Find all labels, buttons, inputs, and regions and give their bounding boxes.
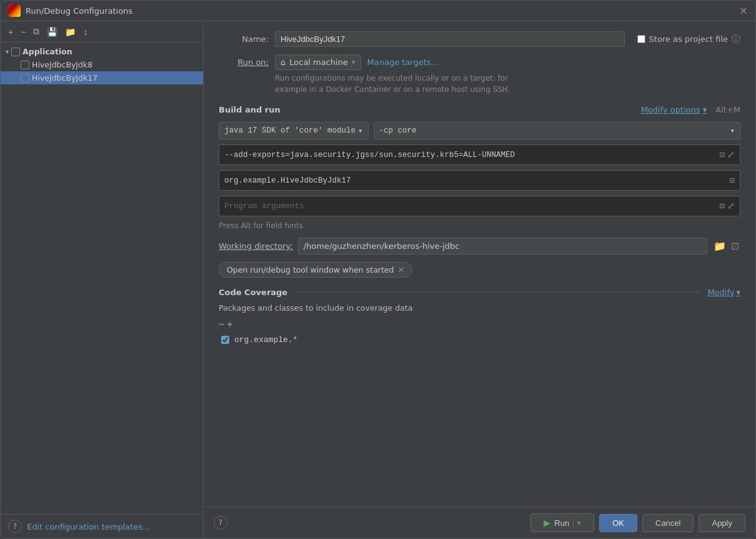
main-class-text: org.example.HiveJdbcByJdk17 <box>224 176 730 185</box>
build-and-run-title: Build and run <box>219 105 281 114</box>
app-icon <box>8 4 21 17</box>
expand-icon[interactable]: ⊡ <box>730 175 735 186</box>
coverage-modify-label: Modify <box>707 288 734 297</box>
coverage-remove-button[interactable]: − <box>219 319 224 330</box>
store-as-project-label: Store as project file <box>649 34 728 44</box>
name-input[interactable] <box>275 31 625 47</box>
working-dir-value[interactable]: /home/guzhenzhen/kerberos-hive-jdbc <box>298 238 707 254</box>
program-args-placeholder: Program arguments <box>224 202 720 211</box>
run-on-dropdown[interactable]: ⌂ Local machine ▾ <box>275 54 361 70</box>
coverage-add-button[interactable]: + <box>227 319 232 330</box>
main-area: + − ⧉ 💾 📁 ↕ ▾ Application HiveJdbcByJdk8 <box>1 21 755 538</box>
edit-templates-link[interactable]: Edit configuration templates... <box>27 522 151 531</box>
vm-options-field[interactable]: --add-exports=java.security.jgss/sun.sec… <box>219 144 740 165</box>
apply-button[interactable]: Apply <box>699 514 745 532</box>
run-on-label: Run on: <box>219 58 269 67</box>
working-dir-row: Working directory: /home/guzhenzhen/kerb… <box>219 238 740 254</box>
cp-value: -cp core <box>379 126 417 135</box>
coverage-modify-button[interactable]: Modify ▾ <box>707 288 740 297</box>
run-dropdown-arrow[interactable]: ▾ <box>573 519 581 527</box>
working-dir-expand-button[interactable]: ⊡ <box>730 239 740 253</box>
tag-chip-open-tool-window: Open run/debug tool window when started … <box>219 262 412 278</box>
vm-options-text: --add-exports=java.security.jgss/sun.sec… <box>224 151 720 159</box>
chevron-down-icon: ▾ <box>703 105 707 114</box>
coverage-title: Code Coverage <box>219 288 287 297</box>
working-dir-label: Working directory: <box>219 241 293 251</box>
sdk-value: java 17 SDK of 'core' module <box>224 126 356 135</box>
help-button[interactable]: ? <box>8 520 22 533</box>
run-on-value: Local machine <box>289 58 348 67</box>
modify-options-shortcut: Alt+M <box>715 105 740 114</box>
close-button[interactable]: ✕ <box>740 5 748 17</box>
sort-config-button[interactable]: ↕ <box>81 26 90 38</box>
hint-line1: Run configurations may be executed local… <box>275 74 508 83</box>
program-args-icons: ⊡ ⤢ <box>720 201 735 211</box>
sdk-dropdown[interactable]: java 17 SDK of 'core' module ▾ <box>219 122 369 139</box>
remove-config-button[interactable]: − <box>18 26 28 38</box>
tree-item-hivejdbcbyjdk8[interactable]: HiveJdbcByJdk8 <box>1 58 203 71</box>
name-label: Name: <box>219 34 269 44</box>
store-as-project-checkbox[interactable] <box>637 35 645 43</box>
house-icon: ⌂ <box>281 58 286 67</box>
coverage-header: Code Coverage Modify ▾ <box>219 288 740 297</box>
sidebar-tree: ▾ Application HiveJdbcByJdk8 HiveJdbcByJ… <box>1 43 203 514</box>
dialog-help-button[interactable]: ? <box>214 516 227 530</box>
chevron-down-icon: ▾ <box>736 288 740 297</box>
chevron-down-icon: ▾ <box>352 58 356 66</box>
chevron-down-icon: ▾ <box>358 126 363 136</box>
coverage-toolbar: − + <box>219 319 740 330</box>
sidebar: + − ⧉ 💾 📁 ↕ ▾ Application HiveJdbcByJdk8 <box>1 21 204 538</box>
manage-targets-link[interactable]: Manage targets... <box>367 58 439 67</box>
build-and-run-header: Build and run Modify options ▾ Alt+M <box>219 105 740 114</box>
tree-item-hivejdbcbyjdk17-label: HiveJdbcByJdk17 <box>32 73 97 83</box>
content-panel: Name: Store as project file ⓘ Run on: ⌂ … <box>204 21 755 538</box>
config-icon-selected <box>21 74 29 83</box>
vm-options-icons: ⊡ ⤢ <box>720 149 735 160</box>
modify-options-button[interactable]: Modify options ▾ <box>641 105 707 114</box>
program-args-field[interactable]: Program arguments ⊡ ⤢ <box>219 196 740 216</box>
chevron-down-icon: ▾ <box>730 126 735 136</box>
copy-config-button[interactable]: ⧉ <box>31 25 42 38</box>
expand-icon[interactable]: ⊡ <box>720 149 725 160</box>
application-icon <box>11 48 20 56</box>
folder-config-button[interactable]: 📁 <box>62 26 78 38</box>
sdk-cp-row: java 17 SDK of 'core' module ▾ -cp core … <box>219 122 740 139</box>
run-icon: ▶ <box>544 518 550 528</box>
add-config-button[interactable]: + <box>6 26 16 38</box>
main-class-field[interactable]: org.example.HiveJdbcByJdk17 ⊡ <box>219 170 740 191</box>
dialog-title: Run/Debug Configurations <box>26 6 132 16</box>
cancel-button[interactable]: Cancel <box>642 514 694 532</box>
coverage-entry: org.example.* <box>219 334 740 346</box>
coverage-divider <box>295 292 700 293</box>
run-on-hint: Run configurations may be executed local… <box>275 73 740 95</box>
save-config-button[interactable]: 💾 <box>44 26 60 38</box>
cp-dropdown[interactable]: -cp core ▾ <box>374 122 740 139</box>
tree-item-hivejdbcbyjdk17[interactable]: HiveJdbcByJdk17 <box>1 71 203 84</box>
tag-chip-label: Open run/debug tool window when started <box>227 265 394 275</box>
modify-options-label: Modify options <box>641 105 700 114</box>
fullscreen-icon[interactable]: ⤢ <box>727 149 735 160</box>
run-on-row: Run on: ⌂ Local machine ▾ Manage targets… <box>219 54 740 70</box>
chevron-down-icon: ▾ <box>6 48 9 55</box>
coverage-desc: Packages and classes to include in cover… <box>219 303 740 313</box>
tree-item-application-label: Application <box>22 47 72 56</box>
info-icon: ⓘ <box>732 34 740 45</box>
tree-item-application[interactable]: ▾ Application <box>1 45 203 58</box>
run-label: Run <box>554 518 569 528</box>
tag-chip-remove-button[interactable]: ✕ <box>397 265 404 275</box>
fullscreen-icon[interactable]: ⤢ <box>727 201 735 211</box>
browse-folder-button[interactable]: 📁 <box>712 239 727 253</box>
coverage-entry-label: org.example.* <box>234 335 297 345</box>
run-button[interactable]: ▶ Run ▾ <box>530 513 594 532</box>
ok-button[interactable]: OK <box>599 514 637 532</box>
content-scroll: Name: Store as project file ⓘ Run on: ⌂ … <box>204 21 755 506</box>
run-debug-dialog: Run/Debug Configurations ✕ + − ⧉ 💾 📁 ↕ ▾… <box>0 0 756 539</box>
title-bar: Run/Debug Configurations ✕ <box>1 1 755 21</box>
expand-icon[interactable]: ⊡ <box>720 201 725 211</box>
coverage-entry-checkbox[interactable] <box>221 336 229 344</box>
main-class-icons: ⊡ <box>730 175 735 186</box>
alt-hint: Press Alt for field hints <box>219 221 740 230</box>
store-as-project-container: Store as project file ⓘ <box>637 34 740 45</box>
sidebar-toolbar: + − ⧉ 💾 📁 ↕ <box>1 21 203 43</box>
hint-line2: example in a Docker Container or on a re… <box>275 85 510 94</box>
